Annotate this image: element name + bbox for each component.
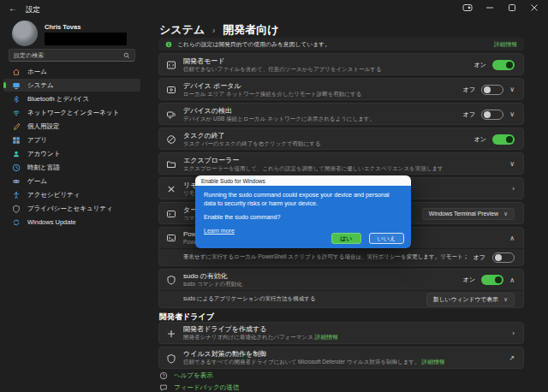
sidebar-item-apps[interactable]: アプリ [3,134,140,146]
dialog-learn-more-link[interactable]: Learn more [204,228,235,234]
breadcrumb-system[interactable]: システム [159,23,205,36]
personalization-icon [12,122,21,131]
end-task-toggle[interactable] [492,134,515,145]
sidebar-item-home[interactable]: ホーム [3,65,140,78]
powershell-policy-toggle[interactable] [492,252,515,263]
device-portal-toggle[interactable] [481,85,503,95]
dialog-warning-text: Running the sudo command could expose yo… [204,191,396,208]
sidebar-nav: ホーム システム Bluetooth とデバイス ネットワークとインターネット … [3,65,140,229]
accessibility-icon [12,191,21,199]
row-file-explorer[interactable]: エクスプローラー エクスプローラーを使用して、これらの設定を調整して開発者に優し… [158,152,524,175]
avatar[interactable] [12,21,38,46]
device-discovery-toggle[interactable] [481,110,503,120]
minimize-icon[interactable] [485,3,495,12]
row-device-discovery[interactable]: デバイスの検出 デバイスが USB 接続とローカル ネットワークに表示されるよう… [158,103,524,125]
sidebar-item-accessibility[interactable]: アクセシビリティ [3,188,140,201]
terminal-icon [166,209,176,219]
send-feedback-link[interactable]: フィードバックの送信 [159,383,239,392]
powershell-execution-policy-subrow[interactable]: 署名せずに実行するローカル PowerShell スクリプトを許可する場合は、実… [159,249,523,265]
sidebar-item-accounts[interactable]: アカウント [3,147,140,160]
gaming-icon [12,177,21,186]
dialog-question: Enable the sudo command? [204,213,402,221]
home-icon [12,68,21,76]
sidebar-item-personalization[interactable]: 個人用設定 [3,120,140,133]
time-language-icon [12,163,21,172]
apps-icon [12,136,21,145]
sidebar-item-network[interactable]: ネットワークとインターネット [3,106,140,119]
accounts-icon [12,150,21,158]
antivirus-learn-more-link[interactable]: 詳細情報 [421,359,444,365]
search-input[interactable]: 設定の検索 [9,49,135,62]
plus-icon [166,329,176,339]
sidebar-item-time-language[interactable]: 時刻と言語 [3,161,140,174]
chevron-up-icon[interactable]: ∧ [509,235,515,242]
user-name: Chris Tovas [45,23,80,31]
back-icon[interactable]: ← [9,3,17,13]
dialog-body: Running the sudo command could expose yo… [195,186,411,248]
end-task-icon [166,134,176,145]
row-end-task[interactable]: タスクの終了 タスク バーのタスクの終了を右クリックで有効にする オン [158,128,524,150]
chevron-up-icon[interactable]: ∧ [509,276,515,284]
search-icon [123,52,130,59]
external-link-icon[interactable]: ↗ [509,354,515,362]
defender-shield-icon [166,353,176,364]
banner-learn-more-link[interactable]: 詳細情報 [494,40,517,49]
explorer-folder-icon [166,159,176,169]
sidebar-item-windows-update[interactable]: Windows Update [3,216,140,229]
sidebar-item-privacy[interactable]: プライバシーとセキュリティ [3,202,140,215]
chevron-right-icon[interactable]: › [512,330,515,337]
chevron-down-icon[interactable]: ∨ [509,160,515,168]
sudo-run-mode-dropdown[interactable]: 新しいウィンドウで表示 ∨ [426,293,515,306]
sudo-run-mode-subrow[interactable]: sudo によるアプリケーションの実行方法を構成する 新しいウィンドウで表示 ∨ [159,291,523,307]
get-help-link[interactable]: ヘルプを表示 [159,371,213,380]
get-help-icon [159,371,168,380]
privacy-icon [12,205,21,213]
sidebar-item-gaming[interactable]: ゲーム [3,175,140,187]
row-enable-sudo[interactable]: sudo の有効化 sudo コマンドの有効化 オン ∧ sudo によるアプリ… [158,269,524,308]
search-placeholder: 設定の検索 [14,51,44,60]
row-antivirus-control[interactable]: ウイルス対策の動作を制御 信頼できるすべての開発者ドライブにおいて Micros… [158,347,524,369]
app-title: 設定 [26,5,40,15]
powershell-icon [166,233,176,243]
bluetooth-icon [12,95,21,104]
sidebar-item-bluetooth[interactable]: Bluetooth とデバイス [3,92,140,105]
info-banner: これらの設定は開発目的での使用のみを意図しています。 詳細情報 [158,38,524,50]
dialog-titlebar[interactable]: Enable Sudo for Windows [195,175,411,186]
developer-mode-icon [166,60,176,70]
redacted-email [45,33,127,45]
terminal-app-dropdown[interactable]: Windows Terminal Preview ∨ [422,208,515,220]
banner-text: これらの設定は開発目的での使用のみを意図しています。 [177,40,489,49]
device-discovery-icon [166,110,176,120]
info-icon [165,41,172,48]
enable-sudo-dialog: Enable Sudo for Windows Running the sudo… [195,175,411,248]
row-create-dev-drive[interactable]: 開発者ドライブを作成する 開発者シナリオ向けに最適化されたパフォーマンス 詳細情… [158,322,524,344]
chevron-right-icon[interactable]: › [512,185,515,193]
remote-tools-icon [166,184,176,194]
device-portal-icon [166,85,176,95]
chevron-down-icon[interactable]: ∨ [509,110,515,118]
dev-drive-learn-more-link[interactable]: 詳細情報 [315,334,338,340]
breadcrumb: システム › 開発者向け [159,22,278,38]
chevron-down-icon[interactable]: ∨ [509,86,515,93]
network-icon [12,109,21,117]
developer-mode-toggle[interactable] [492,60,515,70]
widget-icon[interactable] [462,3,473,12]
yes-button[interactable]: はい [331,233,360,244]
no-button[interactable]: いいえ [369,233,405,244]
row-device-portal[interactable]: デバイス ポータル ローカル エリア ネットワーク接続を介したリモート診断を有効… [158,78,524,100]
row-developer-mode[interactable]: 開発者モード 信頼できないファイルを含めて、任意のソースからアプリをインストール… [158,53,524,75]
sudo-toggle[interactable] [481,275,503,285]
chevron-down-icon: ∨ [503,211,508,217]
windows-update-icon [12,218,21,227]
chevron-down-icon: ∨ [503,296,508,303]
window-controls [462,0,548,15]
maximize-icon[interactable] [507,3,517,12]
page-title: 開発者向け [223,23,278,36]
settings-window: ← 設定 Chris Tovas 設定の検索 ホーム システム Bluetoot… [0,0,548,392]
system-icon [12,81,21,90]
sidebar-item-system[interactable]: システム [3,79,140,92]
close-icon[interactable] [529,3,539,12]
feedback-icon [159,383,168,392]
sudo-shield-icon [166,275,176,285]
breadcrumb-separator: › [208,25,220,35]
